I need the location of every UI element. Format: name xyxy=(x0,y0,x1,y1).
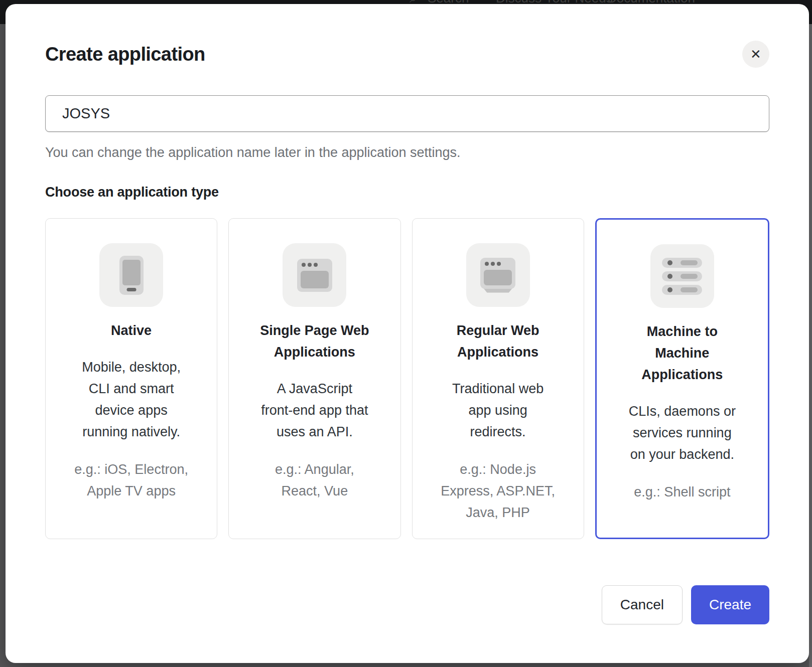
browser-window-icon xyxy=(297,259,332,292)
app-type-description: Mobile, desktop, CLI and smart device ap… xyxy=(82,357,181,443)
app-type-card-spa[interactable]: Single Page Web Applications A JavaScrip… xyxy=(228,218,400,539)
app-type-title: Native xyxy=(111,320,152,342)
app-type-description: A JavaScript front-end app that uses an … xyxy=(261,378,368,443)
create-application-modal: Create application ✕ You can change the … xyxy=(6,4,809,663)
app-type-title: Regular Web Applications xyxy=(457,320,539,363)
cancel-button[interactable]: Cancel xyxy=(602,585,683,624)
app-type-cards: Native Mobile, desktop, CLI and smart de… xyxy=(45,218,769,539)
server-stack-icon xyxy=(662,254,702,298)
page-scrollbar[interactable] xyxy=(809,24,812,667)
app-type-card-machine-to-machine[interactable]: Machine to Machine Applications CLIs, da… xyxy=(595,218,769,539)
app-type-title: Single Page Web Applications xyxy=(260,320,369,363)
browser-server-icon xyxy=(480,258,515,293)
close-button[interactable]: ✕ xyxy=(742,41,769,68)
app-type-description: CLIs, daemons or services running on you… xyxy=(629,401,736,465)
input-helper-text: You can change the application name late… xyxy=(45,144,769,161)
app-type-title: Machine to Machine Applications xyxy=(641,321,723,386)
section-heading: Choose an application type xyxy=(45,183,769,201)
modal-title: Create application xyxy=(45,44,205,65)
app-type-examples: e.g.: Node.js Express, ASP.NET, Java, PH… xyxy=(441,459,555,524)
app-type-icon-tile xyxy=(283,243,346,307)
close-icon: ✕ xyxy=(750,48,761,61)
app-type-examples: e.g.: iOS, Electron, Apple TV apps xyxy=(74,459,188,502)
application-name-input[interactable] xyxy=(45,95,769,132)
create-button[interactable]: Create xyxy=(691,585,769,624)
mobile-phone-icon xyxy=(119,256,144,295)
app-type-icon-tile xyxy=(466,243,530,307)
app-type-card-regular-web[interactable]: Regular Web Applications Traditional web… xyxy=(412,218,584,539)
app-type-examples: e.g.: Shell script xyxy=(634,481,730,503)
modal-header: Create application ✕ xyxy=(45,41,769,68)
app-type-icon-tile xyxy=(650,244,714,308)
app-type-card-native[interactable]: Native Mobile, desktop, CLI and smart de… xyxy=(45,218,217,539)
app-type-description: Traditional web app using redirects. xyxy=(452,378,544,443)
modal-footer: Cancel Create xyxy=(45,585,769,624)
app-type-icon-tile xyxy=(99,243,163,307)
app-type-examples: e.g.: Angular, React, Vue xyxy=(275,459,354,502)
